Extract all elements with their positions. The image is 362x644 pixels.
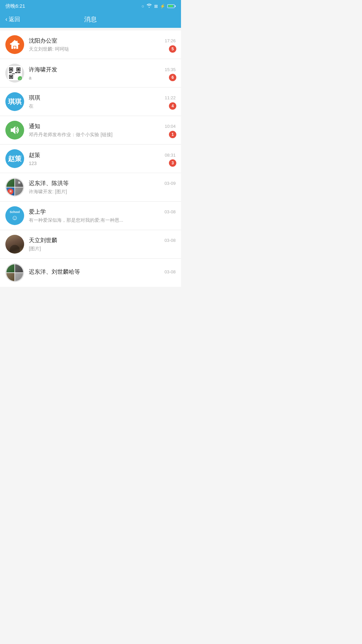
avatar-label: 琪琪: [8, 97, 21, 106]
avatar: [5, 35, 24, 54]
message-time: 10:04: [165, 124, 176, 129]
contact-name: 许海啸开发: [29, 66, 57, 73]
list-item[interactable]: 迟东洋、刘世麟哈等 03-08: [0, 259, 181, 287]
message-content: 赵策 08:31 123: [29, 151, 176, 166]
avatar: School ☺: [5, 206, 24, 225]
battery-icon: [167, 4, 176, 8]
contact-name: 天立刘世麟: [29, 236, 57, 244]
list-item[interactable]: 赵策 赵策 08:31 123 3: [0, 145, 181, 173]
message-time: 03-08: [165, 238, 176, 243]
svg-rect-2: [10, 43, 19, 45]
contact-name: 迟东洋、刘世麟哈等: [29, 268, 80, 276]
contact-name: 通知: [29, 122, 40, 130]
unread-badge: 4: [169, 102, 176, 110]
message-content: 琪琪 11:22 在: [29, 94, 176, 109]
list-item[interactable]: ♪ 许海啸开发 15:35 a 6: [0, 59, 181, 88]
message-content: 天立刘世麟 03-08 [图片]: [29, 236, 176, 252]
contact-name: 爱上学: [29, 208, 46, 216]
avatar: [5, 235, 24, 254]
unread-badge: 1: [169, 131, 176, 138]
message-preview: [图片]: [29, 246, 136, 252]
message-content: 沈阳办公室 17:26 天立刘世麟: 呵呵哒: [29, 37, 176, 52]
message-time: 03-08: [165, 269, 176, 274]
unread-badge: 6: [169, 74, 176, 81]
unread-badge: 5: [169, 45, 176, 53]
back-chevron-icon: ‹: [5, 16, 7, 23]
status-time: 傍晚6:21: [5, 3, 25, 9]
wifi-icon: [146, 3, 152, 9]
list-item[interactable]: 沈阳办公室 17:26 天立刘世麟: 呵呵哒 5: [0, 31, 181, 59]
message-content: 迟东洋、陈洪等 03-09 许海啸开发: [图片]: [29, 179, 176, 195]
header: ‹ 返回 消息: [0, 12, 181, 28]
message-time: 15:35: [165, 67, 176, 72]
alarm-icon: ○: [141, 4, 144, 9]
avatar: 陈 洪: [5, 178, 24, 197]
list-item[interactable]: 琪琪 琪琪 11:22 在 4: [0, 88, 181, 116]
message-preview: 有一种爱深似海，那是您对我的爱;有一种恩...: [29, 217, 136, 223]
svg-rect-6: [16, 41, 17, 43]
message-time: 08:31: [165, 153, 176, 158]
message-time: 03-09: [165, 181, 176, 186]
message-preview: 在: [29, 103, 136, 109]
contact-name: 沈阳办公室: [29, 37, 57, 45]
message-time: 11:22: [165, 95, 176, 100]
avatar: 琪琪: [5, 92, 24, 111]
message-time: 17:26: [165, 38, 176, 43]
status-icons: ○ ⊠ ⚡: [141, 3, 176, 9]
list-item[interactable]: 天立刘世麟 03-08 [图片]: [0, 230, 181, 259]
message-content: 通知 10:04 邓丹丹老师发布作业：做个小实验 [链接]: [29, 122, 176, 138]
charging-icon: ⚡: [160, 4, 165, 9]
back-label: 返回: [9, 15, 20, 23]
message-time: 03-08: [165, 209, 176, 214]
avatar: [5, 121, 24, 140]
list-item[interactable]: School ☺ 爱上学 03-08 有一种爱深似海，那是您对我的爱;有一种恩.…: [0, 202, 181, 230]
list-item[interactable]: 陈 洪 迟东洋、陈洪等 03-09 许海啸开发: [图片]: [0, 173, 181, 202]
page-title: 消息: [84, 15, 97, 24]
avatar: ♪: [5, 64, 24, 83]
school-label-icon: School: [10, 210, 20, 214]
list-item[interactable]: 通知 10:04 邓丹丹老师发布作业：做个小实验 [链接] 1: [0, 116, 181, 145]
contact-name: 迟东洋、陈洪等: [29, 179, 69, 187]
svg-marker-7: [11, 126, 15, 134]
avatar: 赵策: [5, 149, 24, 168]
message-preview: 天立刘世麟: 呵呵哒: [29, 46, 136, 52]
status-bar: 傍晚6:21 ○ ⊠ ⚡: [0, 0, 181, 12]
message-list: 沈阳办公室 17:26 天立刘世麟: 呵呵哒 5: [0, 31, 181, 287]
message-preview: 123: [29, 161, 136, 166]
message-content: 迟东洋、刘世麟哈等 03-08: [29, 268, 176, 277]
unread-badge: 3: [169, 159, 176, 167]
svg-rect-5: [14, 48, 15, 49]
avatar: [5, 263, 24, 282]
message-preview: 许海啸开发: [图片]: [29, 189, 136, 195]
message-preview: 邓丹丹老师发布作业：做个小实验 [链接]: [29, 132, 136, 138]
message-content: 许海啸开发 15:35 a: [29, 66, 176, 80]
message-icon: ⊠: [154, 4, 158, 9]
contact-name: 琪琪: [29, 94, 40, 102]
avatar-label: 赵策: [8, 154, 21, 163]
message-preview: a: [29, 75, 136, 80]
message-content: 爱上学 03-08 有一种爱深似海，那是您对我的爱;有一种恩...: [29, 208, 176, 223]
back-button[interactable]: ‹ 返回: [5, 15, 20, 23]
contact-name: 赵策: [29, 151, 40, 159]
